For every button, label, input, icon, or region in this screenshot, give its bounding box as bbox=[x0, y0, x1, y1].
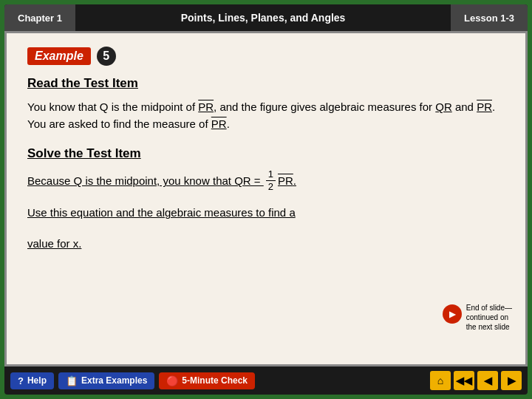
extra-examples-button[interactable]: 📋 Extra Examples bbox=[58, 372, 154, 389]
solve-line3: value for x. bbox=[27, 235, 505, 252]
check-label: 5-Minute Check bbox=[182, 375, 248, 386]
equation-line: Because Q is the midpoint, you know that… bbox=[27, 168, 505, 194]
nav-buttons: ⌂ ◀◀ ◀ ▶ bbox=[430, 371, 522, 390]
lesson-label: Lesson 1-3 bbox=[464, 13, 514, 24]
home-icon: ⌂ bbox=[437, 375, 443, 386]
equation-prefix: Because Q is the midpoint, you know that… bbox=[27, 174, 264, 187]
forward-button[interactable]: ▶ bbox=[501, 371, 522, 390]
extra-icon: 📋 bbox=[66, 375, 78, 386]
read-heading: Read the Test Item bbox=[27, 76, 505, 91]
solve-line2: Use this equation and the algebraic meas… bbox=[27, 204, 505, 221]
main-content: Example 5 Read the Test Item You know th… bbox=[4, 31, 528, 366]
solve-heading: Solve the Test Item bbox=[27, 146, 505, 161]
app-wrapper: Chapter 1 Points, Lines, Planes, and Ang… bbox=[0, 0, 532, 399]
home-button[interactable]: ⌂ bbox=[430, 371, 451, 390]
lesson-tab: Lesson 1-3 bbox=[451, 4, 528, 31]
bottom-bar: ? Help 📋 Extra Examples 🔴 5-Minute Check… bbox=[4, 366, 528, 395]
forward-icon: ▶ bbox=[508, 375, 516, 386]
bottom-left-buttons: ? Help 📋 Extra Examples 🔴 5-Minute Check bbox=[10, 372, 255, 389]
help-button[interactable]: ? Help bbox=[10, 372, 54, 389]
top-bar: Chapter 1 Points, Lines, Planes, and Ang… bbox=[4, 4, 528, 31]
chapter-label: Chapter 1 bbox=[18, 13, 62, 24]
back-icon: ◀ bbox=[484, 375, 492, 386]
end-note-text: End of slide—continued onthe next slide bbox=[466, 303, 512, 332]
fraction: 1 2 bbox=[266, 168, 276, 194]
fraction-denominator: 2 bbox=[266, 181, 276, 194]
example-number: 5 bbox=[97, 47, 116, 66]
lesson-title: Points, Lines, Planes, and Angles bbox=[75, 12, 451, 24]
equation-suffix: PR. bbox=[278, 174, 296, 187]
back-end-button[interactable]: ◀◀ bbox=[454, 371, 474, 390]
help-label: Help bbox=[27, 375, 47, 386]
five-minute-check-button[interactable]: 🔴 5-Minute Check bbox=[159, 372, 255, 389]
check-icon: 🔴 bbox=[166, 375, 178, 386]
chapter-tab: Chapter 1 bbox=[4, 4, 75, 31]
end-note-icon: ▶ bbox=[443, 304, 462, 324]
help-icon: ? bbox=[18, 375, 24, 386]
back-button[interactable]: ◀ bbox=[477, 371, 498, 390]
fraction-numerator: 1 bbox=[266, 168, 276, 182]
end-note: ▶ End of slide—continued onthe next slid… bbox=[443, 303, 512, 332]
example-badge: Example 5 bbox=[27, 47, 505, 66]
back-end-icon: ◀◀ bbox=[456, 375, 472, 386]
extra-label: Extra Examples bbox=[81, 375, 147, 386]
example-label: Example bbox=[27, 47, 91, 65]
read-body: You know that Q is the midpoint of PR, a… bbox=[27, 98, 505, 133]
